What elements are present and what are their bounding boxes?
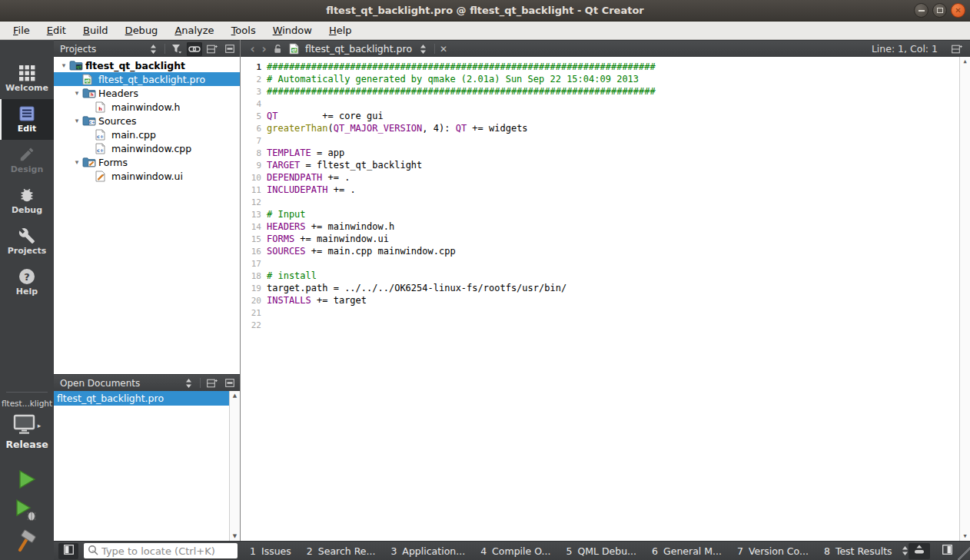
combo-arrows-icon[interactable] bbox=[420, 44, 427, 55]
tree-item-fltest-qt-backlight-pro[interactable]: qtfltest_qt_backlight.pro bbox=[54, 72, 240, 86]
document-selector[interactable]: fltest_qt_backlight.pro bbox=[305, 43, 412, 55]
output-pane-test-results[interactable]: 8Test Results bbox=[816, 542, 900, 560]
code-line-20[interactable]: 20INSTALLS += target bbox=[241, 294, 970, 307]
back-button[interactable]: ‹ bbox=[247, 41, 258, 57]
collapse-arrow-icon[interactable]: ▾ bbox=[71, 89, 82, 97]
build-button[interactable] bbox=[15, 529, 39, 552]
split-panel-button[interactable] bbox=[204, 42, 220, 56]
code-line-10[interactable]: 10DEPENDPATH += . bbox=[241, 171, 970, 184]
scroll-up-icon[interactable]: ▲ bbox=[960, 57, 970, 66]
code-line-13[interactable]: 13# Input bbox=[241, 208, 970, 220]
collapse-arrow-icon[interactable]: ▾ bbox=[71, 117, 82, 124]
open-documents-scrollbar[interactable]: ▲ ▼ bbox=[229, 391, 240, 541]
output-pane-issues[interactable]: 1Issues bbox=[242, 542, 299, 560]
menu-build[interactable]: Build bbox=[75, 23, 117, 38]
minimize-button[interactable] bbox=[914, 3, 928, 18]
combo-arrows-button[interactable] bbox=[181, 376, 196, 390]
editor-scrollbar[interactable]: ▲ ▼ bbox=[959, 57, 970, 541]
code-line-3[interactable]: 3#######################################… bbox=[241, 85, 970, 98]
tree-item-mainwindow-ui[interactable]: mainwindow.ui bbox=[54, 169, 240, 183]
code-line-12[interactable]: 12 bbox=[241, 196, 970, 208]
collapse-arrow-icon[interactable]: ▾ bbox=[71, 158, 82, 166]
tree-item-main-cpp[interactable]: c+main.cpp bbox=[54, 128, 240, 141]
mode-welcome[interactable]: Welcome bbox=[0, 58, 54, 99]
maximize-output-pane-button[interactable] bbox=[909, 543, 930, 559]
scroll-down-icon[interactable]: ▼ bbox=[960, 532, 970, 541]
toggle-left-sidebar-button[interactable] bbox=[58, 543, 78, 559]
toggle-right-sidebar-button[interactable] bbox=[938, 543, 956, 559]
split-panel-button[interactable] bbox=[204, 376, 220, 390]
link-editor-button[interactable] bbox=[187, 42, 202, 56]
titlebar[interactable]: fltest_qt_backlight.pro @ fltest_qt_back… bbox=[0, 0, 970, 22]
output-pane-qml-debu[interactable]: 5QML Debu... bbox=[558, 542, 644, 560]
menu-debug[interactable]: Debug bbox=[117, 23, 167, 38]
kit-selector-button[interactable]: ▸ bbox=[13, 414, 42, 437]
code-editor[interactable]: 1#######################################… bbox=[241, 57, 970, 541]
output-pane-combo-icon[interactable] bbox=[902, 545, 909, 556]
code-line-8[interactable]: 8TEMPLATE = app bbox=[241, 147, 970, 159]
tree-item-forms[interactable]: ▾Forms bbox=[54, 155, 240, 169]
tree-item-mainwindow-h[interactable]: hmainwindow.h bbox=[54, 100, 240, 114]
output-pane-general-m[interactable]: 6General M... bbox=[644, 542, 729, 560]
close-panel-button[interactable] bbox=[222, 376, 238, 390]
mode-design[interactable]: Design bbox=[0, 140, 54, 181]
code-line-21[interactable]: 21 bbox=[241, 307, 970, 319]
debug-run-button[interactable] bbox=[15, 499, 39, 522]
line-number: 19 bbox=[241, 283, 267, 293]
code-line-6[interactable]: 6greaterThan(QT_MAJOR_VERSION, 4): QT +=… bbox=[241, 122, 970, 134]
menu-analyze[interactable]: Analyze bbox=[166, 23, 222, 38]
projects-panel-title[interactable]: Projects bbox=[60, 44, 145, 55]
output-pane-search-re[interactable]: 2Search Re... bbox=[299, 542, 384, 560]
close-button[interactable]: ✕ bbox=[951, 3, 965, 18]
open-documents-panel-title[interactable]: Open Documents bbox=[60, 378, 181, 389]
open-document-fltest-qt-backlight-pro[interactable]: fltest_qt_backlight.pro bbox=[54, 391, 229, 406]
mode-debug[interactable]: Debug bbox=[0, 181, 54, 221]
menu-file[interactable]: File bbox=[5, 23, 38, 38]
scroll-up-icon[interactable]: ▲ bbox=[230, 391, 240, 400]
output-pane-version-co[interactable]: 7Version Co... bbox=[729, 542, 816, 560]
code-line-1[interactable]: 1#######################################… bbox=[241, 61, 970, 73]
divider bbox=[434, 44, 435, 54]
menu-help[interactable]: Help bbox=[321, 23, 360, 38]
code-line-5[interactable]: 5QT += core gui bbox=[241, 110, 970, 122]
menu-tools[interactable]: Tools bbox=[223, 23, 264, 38]
code-line-16[interactable]: 16SOURCES += main.cpp mainwindow.cpp bbox=[241, 245, 970, 257]
code-line-18[interactable]: 18# install bbox=[241, 270, 970, 282]
code-line-17[interactable]: 17 bbox=[241, 257, 970, 270]
output-pane-application[interactable]: 3Application... bbox=[383, 542, 473, 560]
run-button[interactable] bbox=[15, 468, 39, 491]
tree-item-sources[interactable]: ▾c+Sources bbox=[54, 114, 240, 128]
maximize-button[interactable] bbox=[932, 3, 947, 18]
code-line-14[interactable]: 14HEADERS += mainwindow.h bbox=[241, 220, 970, 233]
menu-window[interactable]: Window bbox=[264, 23, 321, 38]
collapse-arrow-icon[interactable]: ▾ bbox=[58, 61, 69, 69]
code-line-11[interactable]: 11INCLUDEPATH += . bbox=[241, 184, 970, 196]
code-line-9[interactable]: 9TARGET = fltest_qt_backlight bbox=[241, 159, 970, 171]
output-pane-label: Issues bbox=[261, 545, 291, 557]
expand-arrow-icon: ▸ bbox=[38, 422, 42, 429]
locator[interactable] bbox=[84, 543, 238, 558]
code-line-15[interactable]: 15FORMS += mainwindow.ui bbox=[241, 233, 970, 245]
code-line-7[interactable]: 7 bbox=[241, 134, 970, 147]
mode-help[interactable]: ?Help bbox=[0, 262, 54, 303]
tree-item-headers[interactable]: ▾hHeaders bbox=[54, 86, 240, 100]
scroll-down-icon[interactable]: ▼ bbox=[230, 532, 240, 541]
tree-item-mainwindow-cpp[interactable]: c+mainwindow.cpp bbox=[54, 141, 240, 155]
forward-button[interactable]: › bbox=[258, 41, 270, 57]
mode-projects[interactable]: Projects bbox=[0, 221, 54, 262]
window-resize-grip[interactable] bbox=[958, 541, 970, 560]
combo-arrows-button[interactable] bbox=[145, 42, 161, 56]
code-line-4[interactable]: 4 bbox=[241, 98, 970, 110]
code-line-2[interactable]: 2# Automatically generated by qmake (2.0… bbox=[241, 73, 970, 85]
filter-button[interactable] bbox=[169, 42, 184, 56]
output-pane-compile-o[interactable]: 4Compile O... bbox=[473, 542, 558, 560]
code-line-19[interactable]: 19target.path = ../../../OK6254-linux-fs… bbox=[241, 282, 970, 294]
code-line-22[interactable]: 22 bbox=[241, 319, 970, 331]
menu-edit[interactable]: Edit bbox=[38, 23, 75, 38]
tree-item-fltest-qt-backlight[interactable]: ▾qtfltest_qt_backlight bbox=[54, 58, 240, 72]
mode-edit[interactable]: Edit bbox=[0, 99, 54, 140]
close-panel-button[interactable] bbox=[222, 42, 238, 56]
close-document-button[interactable]: ✕ bbox=[440, 44, 447, 55]
split-editor-icon[interactable] bbox=[952, 45, 962, 54]
locator-input[interactable] bbox=[101, 545, 231, 557]
